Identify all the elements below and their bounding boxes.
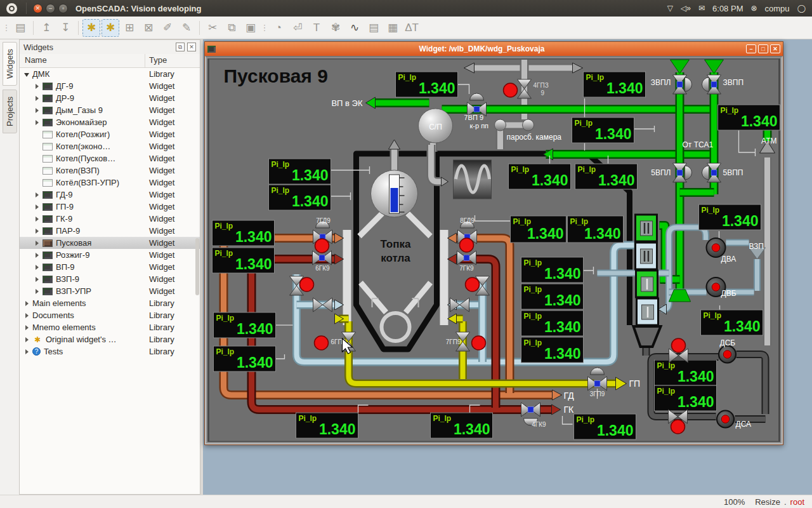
alarm-indicator[interactable] [315, 239, 329, 253]
expander-icon[interactable] [24, 324, 30, 331]
tree-scrollbar[interactable] [195, 238, 199, 295]
expander-icon[interactable] [34, 240, 41, 246]
widget-canvas[interactable]: Pi_lp1.340Pi_lp1.340Pi_lp1.340Pi_lp1.340… [205, 56, 783, 444]
tab-widgets[interactable]: Widgets [3, 42, 17, 86]
expander-icon[interactable] [34, 95, 41, 102]
column-name[interactable]: Name [20, 54, 145, 67]
alarm-indicator[interactable] [300, 277, 314, 291]
paste-icon[interactable]: ▣ [242, 19, 259, 37]
diagram-element-icon[interactable]: ∿ [346, 19, 363, 37]
expander-icon[interactable] [34, 216, 41, 222]
tree-item-Котёл(ВЗП-УПР)[interactable]: Котёл(ВЗП-УПР)Widget [20, 177, 200, 189]
tree-item-ВЗП-УПР[interactable]: ВЗП-УПРWidget [20, 285, 200, 297]
text-element-icon[interactable]: T [308, 19, 325, 37]
column-type[interactable]: Type [145, 54, 200, 67]
tree-item-Котел(ВЗП)[interactable]: Котел(ВЗП)Widget [20, 164, 200, 177]
widget-window-titlebar[interactable]: Widget: /wlb_DMK/wdg_Puskovaja – □ ✕ [205, 42, 783, 56]
function-element-icon[interactable]: ΔT [403, 19, 421, 37]
copy-icon[interactable]: ⧉ [223, 19, 240, 37]
expander-icon[interactable] [34, 204, 41, 210]
mail-icon[interactable]: ✉ [698, 4, 705, 13]
expander-icon[interactable] [34, 119, 41, 126]
ubuntu-logo-icon[interactable] [6, 3, 17, 14]
widget-props-icon[interactable]: ✐ [159, 19, 176, 37]
tree-item-Original widget's …[interactable]: ✱Original widget's …Library [20, 333, 200, 345]
user-badge-icon[interactable]: ⊗ [750, 4, 757, 13]
tree-item-Main elements[interactable]: Main elementsLibrary [20, 297, 200, 309]
tree-item-ВП-9[interactable]: ВП-9Widget [20, 261, 200, 273]
print-icon[interactable]: ▤ [11, 19, 29, 37]
edit-mode[interactable]: Resize [755, 497, 780, 507]
tree-item-ДМК[interactable]: ДМКLibrary [20, 68, 200, 80]
tree-item-Дым_Газы 9[interactable]: Дым_Газы 9Widget [20, 104, 200, 116]
tree-item-Documents[interactable]: DocumentsLibrary [20, 309, 200, 321]
tree-item-ПАР-9[interactable]: ПАР-9Widget [20, 225, 200, 237]
form-element-icon[interactable]: ⏎ [289, 19, 306, 37]
zoom-level[interactable]: 100% [724, 497, 745, 507]
media-element-icon[interactable]: ✾ [327, 19, 344, 37]
db-save-icon[interactable]: ↧ [56, 19, 74, 37]
new-library-icon[interactable]: ✱ [82, 19, 100, 37]
maximize-button[interactable]: ▫ [58, 4, 68, 13]
clock[interactable]: 6:08 PM [712, 4, 743, 13]
alarm-indicator[interactable] [466, 277, 480, 291]
table-element-icon[interactable]: ▦ [384, 19, 402, 37]
alarm-indicator[interactable] [504, 83, 518, 97]
window-maximize-button[interactable]: □ [758, 44, 768, 53]
toolbar-grip[interactable]: ⋮ [3, 19, 10, 37]
tree-item-Пусковая[interactable]: ПусковаяWidget [20, 237, 200, 249]
tree-item-Tests[interactable]: ?TestsLibrary [20, 345, 200, 358]
window-minimize-button[interactable]: – [746, 44, 756, 53]
tree-item-ДГ-9[interactable]: ДГ-9Widget [20, 80, 200, 92]
expander-icon[interactable] [34, 83, 41, 90]
tree-item-ДР-9[interactable]: ДР-9Widget [20, 92, 200, 104]
tree-item-Котел(Розжиг)[interactable]: Котел(Розжиг)Widget [20, 128, 200, 140]
volume-icon[interactable]: ◁» [681, 4, 691, 13]
close-panel-icon[interactable]: ✕ [187, 43, 196, 51]
tree-item-Экономайзер[interactable]: ЭкономайзерWidget [20, 116, 200, 128]
expander-icon[interactable] [34, 288, 41, 295]
expander-icon[interactable] [34, 228, 41, 234]
expander-icon[interactable] [34, 252, 41, 258]
expander-icon[interactable] [34, 276, 41, 283]
tab-projects[interactable]: Projects [3, 90, 17, 133]
widget-edit-icon[interactable]: ✎ [178, 19, 195, 37]
expander-icon[interactable] [24, 312, 30, 319]
expander-icon[interactable] [24, 300, 30, 307]
alarm-indicator[interactable] [671, 420, 685, 434]
expander-icon[interactable] [24, 337, 30, 343]
alarm-indicator[interactable] [460, 238, 474, 252]
alarm-indicator[interactable] [315, 336, 329, 350]
tree-item-Котел(эконо…[interactable]: Котел(эконо…Widget [20, 140, 200, 152]
tree-item-Mnemo elements[interactable]: Mnemo elementsLibrary [20, 321, 200, 333]
elem-figure-icon[interactable]: ◔ [270, 19, 287, 37]
tree-item-ГК-9[interactable]: ГК-9Widget [20, 213, 200, 225]
document-element-icon[interactable]: ▤ [365, 19, 383, 37]
wifi-icon[interactable]: ▽ [667, 4, 673, 13]
power-icon[interactable]: ◯ [797, 4, 806, 13]
window-close-button[interactable]: ✕ [770, 44, 780, 53]
new-widget-icon[interactable]: ✱ [102, 19, 119, 37]
minimize-button[interactable]: – [46, 4, 55, 13]
float-panel-icon[interactable]: ⧉ [176, 43, 185, 51]
alarm-indicator[interactable] [472, 336, 486, 350]
expander-icon[interactable] [34, 107, 41, 114]
username[interactable]: compu [765, 4, 790, 13]
expander-icon[interactable] [34, 192, 41, 198]
cut-icon[interactable]: ✂ [204, 19, 221, 37]
alarm-indicator[interactable] [672, 338, 686, 352]
tree-item-Котел(Пусков…[interactable]: Котел(Пусков…Widget [20, 152, 200, 164]
expander-icon[interactable] [24, 71, 30, 77]
db-load-icon[interactable]: ↥ [37, 19, 55, 37]
close-button[interactable]: ✕ [33, 4, 43, 13]
tree-item-Розжиг-9[interactable]: Розжиг-9Widget [20, 249, 200, 261]
tree-item-ГД-9[interactable]: ГД-9Widget [20, 189, 200, 201]
expander-icon[interactable] [34, 264, 41, 271]
tree-item-ВЗП-9[interactable]: ВЗП-9Widget [20, 273, 200, 285]
del-widget-icon[interactable]: ⊠ [140, 19, 157, 37]
expander-icon[interactable] [24, 349, 30, 355]
mimic-scheme[interactable]: Pi_lp1.340Pi_lp1.340Pi_lp1.340Pi_lp1.340… [207, 58, 780, 442]
toolbar-grip-2[interactable]: ⋮ [261, 19, 268, 37]
tree-item-ГП-9[interactable]: ГП-9Widget [20, 201, 200, 213]
add-widget-icon[interactable]: ⊞ [121, 19, 138, 37]
